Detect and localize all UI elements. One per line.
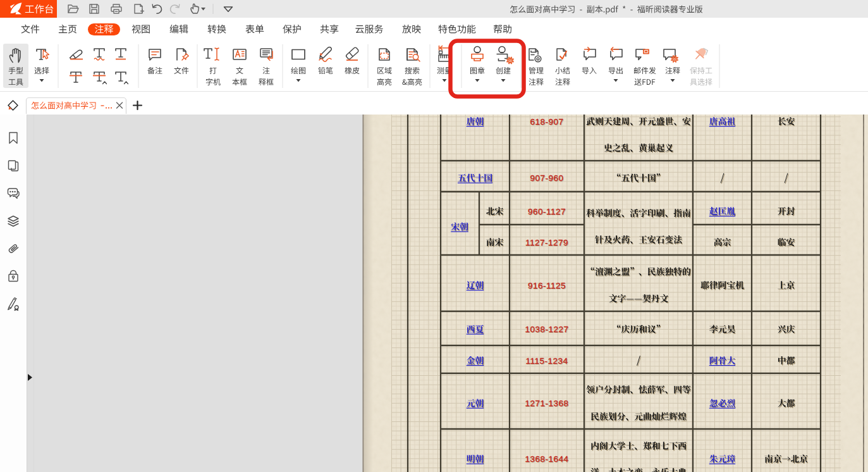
svg-text:1368-1644: 1368-1644 <box>525 454 568 464</box>
svg-text:1127-1279: 1127-1279 <box>525 238 568 247</box>
svg-text:907-960: 907-960 <box>530 173 563 183</box>
svg-text:916-1125: 916-1125 <box>528 281 566 290</box>
svg-text:1271-1368: 1271-1368 <box>525 399 568 408</box>
svg-text:618-907: 618-907 <box>530 117 563 127</box>
svg-text:1038-1227: 1038-1227 <box>525 325 568 334</box>
svg-text:960-1127: 960-1127 <box>528 207 566 216</box>
svg-text:1115-1234: 1115-1234 <box>525 356 568 366</box>
